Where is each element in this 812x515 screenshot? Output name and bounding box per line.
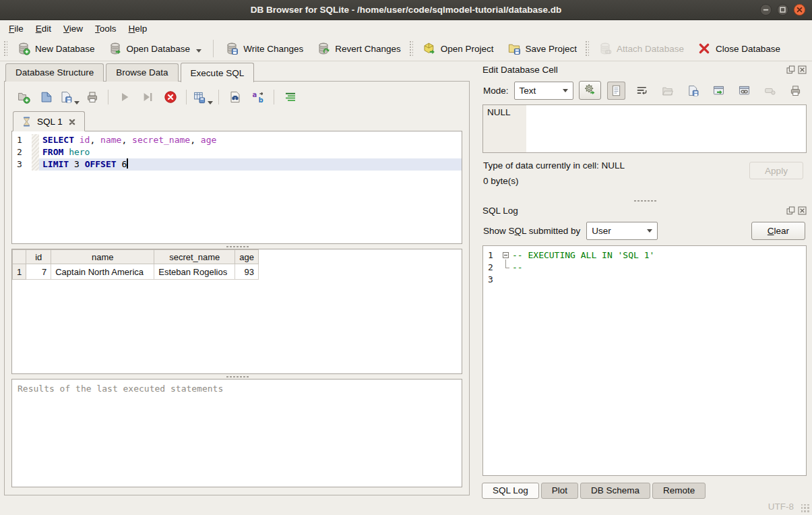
- word-wrap-icon: [635, 84, 648, 97]
- table-cell[interactable]: Captain North America: [51, 264, 154, 280]
- export-results-button[interactable]: [192, 88, 213, 107]
- open-sql-file-icon: [40, 90, 53, 104]
- results-table-header: idnamesecret_nameage: [13, 250, 259, 264]
- cell-editor[interactable]: NULL: [482, 104, 807, 153]
- maximize-button[interactable]: [776, 3, 789, 16]
- row-header[interactable]: 1: [13, 264, 26, 280]
- column-header-name[interactable]: name: [51, 250, 154, 264]
- format-sql-button[interactable]: [280, 88, 301, 107]
- resize-grip-icon[interactable]: [801, 504, 810, 513]
- right-pane: Edit Database Cell Mode: Text NULL: [475, 61, 812, 499]
- bottom-tab-remote[interactable]: Remote: [652, 483, 706, 499]
- encoding-indicator[interactable]: UTF-8: [768, 502, 794, 512]
- open-sql-file-button[interactable]: [36, 88, 57, 107]
- line-number: 2: [483, 262, 501, 274]
- save-sql-file-button[interactable]: [59, 88, 80, 107]
- stop-button[interactable]: [160, 88, 181, 107]
- editor-table-splitter[interactable]: [11, 244, 462, 249]
- menu-view[interactable]: View: [57, 22, 89, 36]
- chevron-down-icon: [647, 229, 652, 233]
- title-bar[interactable]: DB Browser for SQLite - /home/user/code/…: [0, 0, 812, 20]
- write-changes-button[interactable]: Write Changes: [218, 38, 310, 59]
- open-database-button[interactable]: Open Database: [102, 38, 209, 59]
- table-cell[interactable]: Esteban Rogelios: [154, 264, 235, 280]
- menu-help[interactable]: Help: [123, 22, 154, 36]
- auto-format-button[interactable]: [579, 81, 601, 100]
- replace-icon: ab: [251, 90, 265, 104]
- menu-edit[interactable]: Edit: [30, 22, 57, 36]
- toolbar-drag-handle: [409, 40, 413, 57]
- open-database-icon: [108, 42, 122, 55]
- table-cell[interactable]: 7: [26, 264, 51, 280]
- mode-combobox-value: Text: [520, 86, 536, 96]
- corner-header[interactable]: [13, 250, 26, 264]
- print-button[interactable]: [82, 88, 102, 107]
- bottom-tab-sql-log[interactable]: SQL Log: [482, 483, 539, 499]
- column-header-age[interactable]: age: [235, 250, 259, 264]
- close-database-button[interactable]: Close Database: [691, 38, 787, 59]
- external-edit-button[interactable]: [710, 82, 728, 100]
- chevron-down-icon[interactable]: [74, 101, 80, 104]
- dock-close-icon[interactable]: [798, 206, 807, 215]
- submitted-by-combobox[interactable]: User: [586, 222, 658, 240]
- open-project-button[interactable]: Open Project: [416, 38, 501, 59]
- sql-tab-bar: SQL 1: [11, 109, 462, 131]
- menu-file[interactable]: File: [3, 22, 30, 36]
- new-database-icon: [17, 42, 30, 55]
- execute-sql-pane: ab SQL 1 1SELECT id, name, secret_name, …: [4, 81, 470, 495]
- save-project-button[interactable]: Save Project: [501, 38, 584, 59]
- tab-browse-data[interactable]: Browse Data: [106, 63, 178, 82]
- tab-close-icon[interactable]: [67, 117, 77, 127]
- word-wrap-button[interactable]: [633, 82, 651, 100]
- table-cell[interactable]: 93: [235, 264, 259, 280]
- dock-float-icon[interactable]: [786, 65, 795, 74]
- link-cell-button[interactable]: [735, 82, 753, 100]
- column-header-secret_name[interactable]: secret_name: [154, 250, 235, 264]
- dock-close-icon[interactable]: [798, 65, 807, 74]
- tab-database-structure[interactable]: Database Structure: [5, 63, 104, 82]
- find-icon: [228, 90, 242, 104]
- menu-tools[interactable]: Tools: [89, 22, 123, 36]
- status-bar: UTF-8: [0, 499, 812, 515]
- find-button[interactable]: [224, 88, 245, 107]
- table-message-splitter[interactable]: [11, 374, 462, 379]
- sql-log-filter-label: Show SQL submitted by: [483, 226, 580, 236]
- results-grid[interactable]: idnamesecret_nameage 17Captain North Ame…: [11, 249, 462, 374]
- import-cell-button: [658, 82, 677, 100]
- fold-margin[interactable]: [501, 249, 512, 262]
- mode-combobox[interactable]: Text: [514, 82, 573, 100]
- cell-value: NULL: [487, 107, 511, 117]
- close-button[interactable]: [793, 3, 806, 16]
- new-sql-tab-button[interactable]: [13, 88, 34, 107]
- minimize-button[interactable]: [759, 3, 772, 16]
- dock-splitter[interactable]: [481, 198, 808, 204]
- fold-margin: [32, 146, 39, 158]
- sql-log-view[interactable]: 1-- EXECUTING ALL IN 'SQL 1'2--3: [482, 245, 807, 476]
- chevron-down-icon[interactable]: [196, 49, 201, 53]
- svg-text:b: b: [258, 96, 263, 104]
- dock-float-icon[interactable]: [786, 206, 795, 215]
- clear-button[interactable]: Clear: [751, 222, 805, 240]
- print-cell-button[interactable]: [786, 82, 805, 100]
- new-database-button[interactable]: New Database: [10, 38, 102, 59]
- sql-editor[interactable]: 1SELECT id, name, secret_name, age2FROM …: [11, 131, 462, 244]
- column-header-id[interactable]: id: [26, 250, 51, 264]
- cell-editor-toolbar: [607, 82, 807, 100]
- revert-changes-button[interactable]: Revert Changes: [310, 38, 408, 59]
- fold-margin: [32, 134, 39, 146]
- tab-execute-sql[interactable]: Execute SQL: [181, 63, 255, 82]
- code-text: FROM hero: [39, 146, 462, 158]
- window-controls: [759, 3, 806, 16]
- chevron-down-icon[interactable]: [208, 101, 213, 104]
- text-mode-button[interactable]: [607, 82, 625, 100]
- bottom-tab-db-schema[interactable]: DB Schema: [580, 483, 650, 499]
- export-cell-button[interactable]: [684, 82, 702, 100]
- sql-tab[interactable]: SQL 1: [13, 111, 85, 131]
- attach-database-button: Attach Database: [592, 38, 691, 59]
- sql-log-dock-title: SQL Log: [482, 206, 518, 216]
- replace-button[interactable]: ab: [247, 88, 268, 107]
- line-number: 3: [483, 274, 501, 286]
- bottom-tab-plot[interactable]: Plot: [541, 483, 578, 499]
- apply-button[interactable]: Apply: [749, 162, 803, 179]
- editor-line: 1SELECT id, name, secret_name, age: [12, 134, 462, 146]
